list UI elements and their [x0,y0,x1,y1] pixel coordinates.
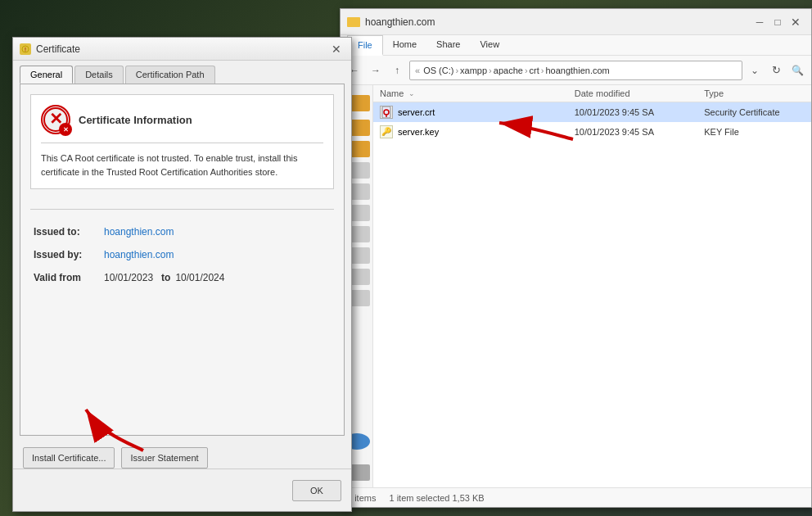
breadcrumb-osc[interactable]: OS (C:) [423,66,453,75]
file-name-crt-text: server.crt [398,107,435,117]
explorer-title-icon [347,17,360,27]
arrow-server-crt [483,106,581,156]
ok-button[interactable]: OK [292,480,341,501]
cert-info-header: ✕ ✕ Certificate Information [41,105,323,143]
explorer-close-btn[interactable]: ✕ [787,13,805,31]
file-name-key-text: server.key [398,127,439,137]
file-row-server-crt[interactable]: server.crt 10/01/2023 9:45 SA Security C… [373,102,811,122]
cert-tabs: General Details Certification Path [13,61,351,84]
col-type[interactable]: Type [697,88,811,98]
cert-content: ✕ ✕ Certificate Information This CA Root… [20,84,345,436]
cert-footer: OK [13,468,351,511]
cert-issued-by-label: Issued by: [34,249,99,260]
cert-issued-by-value: hoangthien.com [104,249,174,260]
breadcrumb-sep4: › [541,66,544,75]
ribbon-tab-view[interactable]: View [470,35,509,55]
cert-file-icon [380,106,393,119]
cert-tab-details[interactable]: Details [74,66,124,84]
cert-tab-general[interactable]: General [20,66,73,84]
file-date-crt: 10/01/2023 9:45 SA [568,107,698,117]
explorer-ribbon: File Home Share View [341,35,811,56]
cert-issued-to-value: hoangthien.com [104,226,174,238]
explorer-maximize-btn[interactable]: □ [769,13,787,31]
cert-title-icon: ! [20,43,31,55]
key-file-icon: 🔑 [380,125,393,138]
explorer-selected-info: 1 item selected 1,53 KB [389,493,484,503]
ribbon-tab-file[interactable]: File [347,35,383,56]
cert-valid-to-value: 10/01/2024 [175,272,224,283]
cert-valid-from-label: Valid from [34,272,99,283]
cert-fields: Issued to: hoangthien.com Issued by: hoa… [30,220,334,425]
cert-titlebar: ! Certificate ✕ [13,38,351,61]
col-date[interactable]: Date modified [568,88,698,98]
col-name-sort: ⌄ [408,89,415,97]
breadcrumb-current: hoangthien.com [545,66,609,75]
explorer-title: hoangthien.com [365,16,751,28]
explorer-window: hoangthien.com ─ □ ✕ File Home Share Vie… [340,8,812,508]
breadcrumb-apache[interactable]: apache [494,66,523,75]
file-type-crt: Security Certificate [697,107,811,117]
explorer-titlebar: hoangthien.com ─ □ ✕ [341,9,811,35]
refresh-btn[interactable]: ↻ [767,61,785,79]
svg-text:✕: ✕ [63,126,69,134]
svg-text:!: ! [25,47,26,52]
cert-valid-field: Valid from 10/01/2023 to 10/01/2024 [34,272,331,283]
cert-warning-text: This CA Root certificate is not trusted.… [41,152,323,179]
certificate-dialog: ! Certificate ✕ General Details Certific… [12,37,352,512]
ribbon-tab-home[interactable]: Home [383,35,426,55]
explorer-statusbar: 2 items 1 item selected 1,53 KB [341,487,811,507]
file-list-header: Name ⌄ Date modified Type [373,85,811,102]
cert-warning-badge: ✕ ✕ [41,105,70,134]
cert-issued-to-field: Issued to: hoangthien.com [34,226,331,238]
cert-tab-certification-path[interactable]: Certification Path [125,66,215,84]
breadcrumb-sep2: › [489,66,492,75]
breadcrumb-part1: « [415,66,420,75]
search-btn[interactable]: 🔍 [788,61,806,79]
col-name[interactable]: Name ⌄ [373,88,568,98]
up-button[interactable]: ↑ [388,61,406,79]
ribbon-tabs: File Home Share View [341,35,811,55]
cert-valid-from-value: 10/01/2023 [104,272,153,283]
breadcrumb[interactable]: « OS (C:) › xampp › apache › crt › hoang… [409,61,742,80]
forward-button[interactable]: → [367,61,385,79]
cert-info-box: ✕ ✕ Certificate Information This CA Root… [30,94,334,189]
install-certificate-button[interactable]: Install Certificate... [23,447,115,468]
cert-valid-to-label: to [161,272,170,283]
file-date-key: 10/01/2023 9:45 SA [568,127,698,137]
cert-issued-by-field: Issued by: hoangthien.com [34,249,331,260]
cert-title-text: Certificate [36,43,328,55]
explorer-nav: ← → ↑ « OS (C:) › xampp › apache › crt ›… [341,56,811,85]
breadcrumb-crt[interactable]: crt [530,66,539,75]
cert-close-button[interactable]: ✕ [328,41,345,57]
issuer-statement-button[interactable]: Issuer Statement [121,447,207,468]
cert-action-btns: Install Certificate... Issuer Statement [13,442,351,468]
explorer-main: Name ⌄ Date modified Type [373,85,811,487]
file-type-key: KEY File [697,127,811,137]
ribbon-tab-share[interactable]: Share [426,35,470,55]
file-row-server-key[interactable]: 🔑 server.key 10/01/2023 9:45 SA KEY File [373,122,811,142]
cert-issued-to-label: Issued to: [34,226,99,238]
breadcrumb-xampp[interactable]: xampp [460,66,487,75]
dropdown-btn[interactable]: ⌄ [746,61,764,79]
file-list: server.crt 10/01/2023 9:45 SA Security C… [373,102,811,487]
breadcrumb-sep3: › [525,66,528,75]
cert-info-title: Certificate Information [79,114,192,126]
cert-divider [30,209,334,210]
cert-badge-x: ✕ [59,123,72,136]
explorer-minimize-btn[interactable]: ─ [751,13,769,31]
breadcrumb-sep1: › [455,66,458,75]
